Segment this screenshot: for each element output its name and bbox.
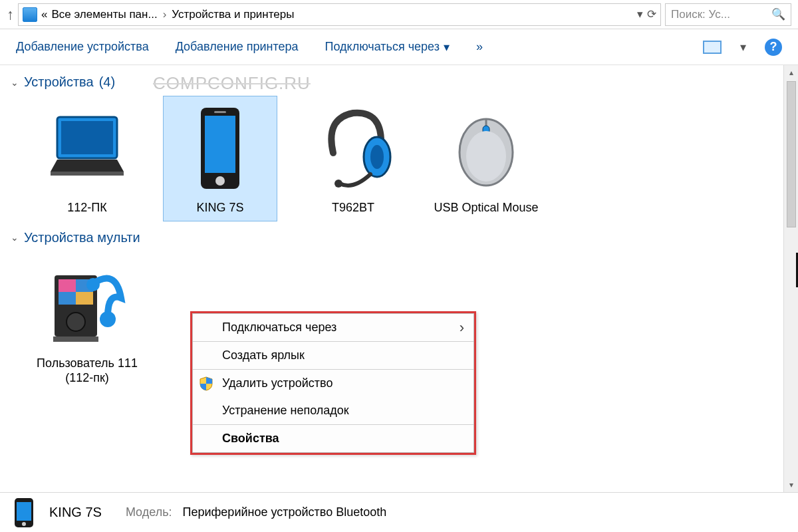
media-device-icon [41,257,134,350]
group-multimedia-label: Устройства мульти [24,230,140,245]
svg-rect-7 [214,111,226,113]
context-menu: Подключаться через Создать ярлык Удалить… [190,311,476,455]
device-label: Пользователь 111 (112-пк) [33,356,141,386]
add-printer-button[interactable]: Добавление принтера [176,40,299,54]
menu-item-label: Устранение неполадок [222,404,349,418]
menu-item-properties[interactable]: Свойства [193,425,473,452]
svg-point-21 [86,278,100,291]
refresh-icon[interactable]: ⟳ [647,7,656,21]
menu-item-create-shortcut[interactable]: Создать ярлык [193,342,473,369]
device-item-laptop[interactable]: 112-ПК [31,96,144,221]
laptop-icon [41,102,134,195]
overflow-glyph: » [476,40,483,54]
add-device-label: Добавление устройства [16,40,149,54]
menu-item-connect-via[interactable]: Подключаться через [193,314,473,341]
device-label: 112-ПК [67,200,106,215]
mouse-icon [440,102,533,195]
chevron-down-icon: ⌄ [11,232,19,243]
svg-marker-2 [51,160,124,172]
search-placeholder: Поиск: Ус... [671,8,730,21]
scroll-down-icon[interactable]: ▾ [784,477,798,492]
svg-point-10 [334,180,342,188]
device-item-phone[interactable]: KING 7S [164,96,277,221]
chevron-down-icon: ▾ [637,7,643,21]
control-panel-icon [23,7,37,22]
uac-shield-icon [200,376,213,391]
model-label: Модель: [126,505,172,519]
scrollbar-thumb[interactable] [787,81,796,227]
nav-arrows: ↑ [7,6,14,23]
svg-rect-5 [205,116,235,173]
menu-item-label: Подключаться через [222,321,336,334]
device-label: KING 7S [196,200,243,215]
chevron-down-icon[interactable]: ▾ [740,40,746,55]
breadcrumb-sep: › [163,8,167,21]
menu-item-label: Удалить устройство [222,376,332,390]
breadcrumb-prefix: « [41,8,47,21]
svg-point-13 [466,131,506,182]
group-header-multimedia[interactable]: ⌄ Устройства мульти [8,226,795,252]
add-printer-label: Добавление принтера [176,40,299,54]
svg-rect-17 [76,292,93,305]
bluetooth-headset-icon [307,102,400,195]
breadcrumb[interactable]: « Все элементы пан... › Устройства и при… [18,3,661,26]
menu-item-remove-device[interactable]: Удалить устройство [193,370,473,397]
connect-via-label: Подключаться через [325,40,440,54]
group-header-devices[interactable]: ⌄ Устройства (4) [8,70,795,96]
menu-item-label: Свойства [222,432,279,446]
devices-list: 112-ПК KING 7S [8,96,795,221]
svg-rect-1 [61,121,113,154]
svg-point-18 [66,313,85,331]
device-label: USB Optical Mouse [434,200,538,215]
selected-device-thumb [9,497,39,529]
scroll-up-icon[interactable]: ▴ [784,65,798,80]
svg-point-6 [215,176,225,186]
details-pane: KING 7S Модель: Периферийное устройство … [0,492,798,532]
svg-rect-23 [17,502,31,521]
svg-rect-3 [51,172,124,176]
group-devices-label: Устройства [24,74,94,90]
chevron-down-icon: ▾ [444,40,450,55]
address-bar: ↑ « Все элементы пан... › Устройства и п… [0,0,798,29]
device-item-headset[interactable]: T962BT [297,96,410,221]
phone-icon [174,102,267,195]
help-icon[interactable]: ? [765,39,782,56]
breadcrumb-part-1[interactable]: Все элементы пан... [51,8,157,21]
breadcrumb-part-2[interactable]: Устройства и принтеры [172,8,294,21]
nav-up-icon[interactable]: ↑ [7,6,14,23]
svg-rect-16 [59,279,76,292]
device-panel: COMPCONFIG.RU ⌄ Устройства (4) 112-ПК [0,65,798,492]
menu-item-troubleshoot[interactable]: Устранение неполадок [193,397,473,424]
search-icon: 🔍 [771,7,785,21]
watermark-text: COMPCONFIG.RU [153,73,311,94]
svg-rect-19 [53,336,98,342]
group-devices-count: (4) [99,74,115,90]
search-input[interactable]: Поиск: Ус... 🔍 [665,3,791,26]
device-item-media-user[interactable]: Пользователь 111 (112-пк) [31,252,144,391]
svg-point-20 [100,311,116,327]
device-item-mouse[interactable]: USB Optical Mouse [430,96,543,221]
group-devices-count-value: 4 [103,74,110,89]
model-value: Периферийное устройство Bluetooth [183,505,387,519]
command-toolbar: Добавление устройства Добавление принтер… [0,29,798,65]
preview-pane-toggle[interactable] [703,41,722,54]
toolbar-overflow-button[interactable]: » [476,40,483,54]
add-device-button[interactable]: Добавление устройства [16,40,149,54]
device-label: T962BT [332,200,374,215]
selected-device-name: KING 7S [49,505,102,520]
svg-point-9 [370,145,384,169]
connect-via-button[interactable]: Подключаться через ▾ [325,40,450,55]
svg-point-24 [22,522,26,526]
breadcrumb-dropdown[interactable]: ▾ ⟳ [637,7,656,21]
menu-item-label: Создать ярлык [222,348,305,362]
chevron-down-icon: ⌄ [11,77,19,88]
